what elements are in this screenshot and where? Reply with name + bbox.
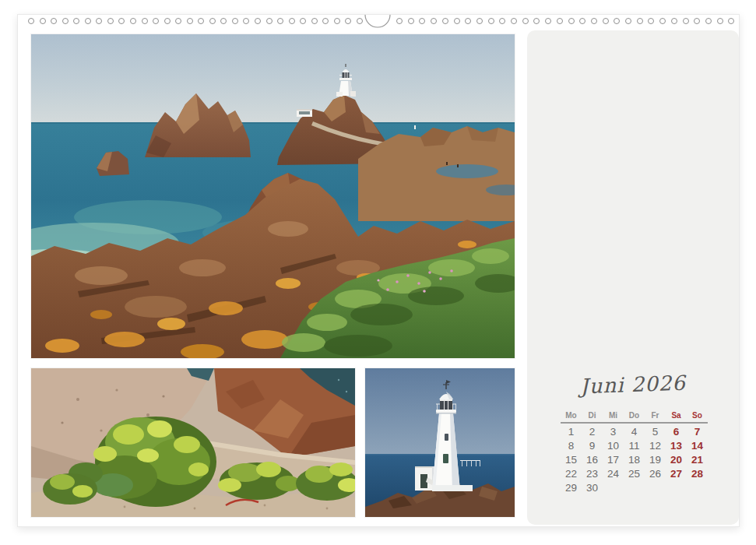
date-cell: 17 bbox=[603, 453, 624, 467]
binding-hole-icon bbox=[557, 18, 563, 24]
binding-hole-icon bbox=[73, 18, 79, 24]
tower-door bbox=[443, 454, 448, 463]
binding-hole-icon bbox=[659, 18, 666, 24]
binding-hole-icon bbox=[266, 18, 273, 24]
date-cell: 7 bbox=[687, 425, 708, 439]
binding-hole-icon bbox=[187, 18, 193, 24]
binding-hole-icon bbox=[476, 18, 483, 24]
date-cell: 9 bbox=[582, 439, 603, 453]
binding-hole-icon bbox=[648, 18, 654, 24]
date-cell: 30 bbox=[582, 481, 603, 495]
date-cell-empty bbox=[603, 481, 624, 495]
date-cell: 19 bbox=[645, 453, 666, 467]
binding-hole-icon bbox=[499, 18, 505, 24]
binding-hole-icon bbox=[454, 18, 460, 24]
tide-pool bbox=[436, 164, 498, 178]
gallery bbox=[436, 410, 456, 413]
binding-hole-icon bbox=[62, 18, 69, 24]
binding-hole-icon bbox=[465, 18, 471, 24]
date-cell-empty bbox=[687, 481, 708, 495]
binding-hole-icon bbox=[232, 18, 238, 24]
cafe-building bbox=[297, 109, 312, 117]
date-cell: 16 bbox=[582, 453, 603, 467]
date-cell-empty bbox=[645, 481, 666, 495]
binding-hole-icon bbox=[322, 18, 329, 24]
date-cell: 13 bbox=[666, 439, 687, 453]
binding-hole-icon bbox=[164, 18, 171, 24]
binding-hole-icon bbox=[683, 18, 689, 24]
weekday-label: Mi bbox=[603, 410, 624, 421]
date-cell: 26 bbox=[645, 467, 666, 481]
binding-hole-icon bbox=[579, 18, 585, 24]
binding-hole-icon bbox=[522, 18, 529, 24]
binding-hole-icon bbox=[220, 18, 227, 24]
date-cell: 12 bbox=[645, 439, 666, 453]
weekday-label: Di bbox=[582, 410, 603, 421]
date-cell-empty bbox=[666, 481, 687, 495]
weekday-label: Mo bbox=[561, 410, 582, 421]
binding-hole-icon bbox=[419, 18, 425, 24]
binding-hole-icon bbox=[637, 18, 643, 24]
calendar-panel: Juni 2026 MoDiMiDoFrSaSo1234567891011121… bbox=[527, 30, 739, 525]
tower-window bbox=[445, 434, 448, 441]
binding-hole-icon bbox=[533, 18, 540, 24]
date-cell: 3 bbox=[603, 425, 624, 439]
date-cell: 1 bbox=[561, 425, 582, 439]
date-cell: 5 bbox=[645, 425, 666, 439]
date-cell: 8 bbox=[561, 439, 582, 453]
binding-hole-icon bbox=[96, 18, 102, 24]
binding-hole-icon bbox=[396, 18, 403, 24]
binding-hole-icon bbox=[334, 18, 340, 24]
photo-lighthouse-closeup bbox=[365, 368, 515, 517]
date-cell: 25 bbox=[624, 467, 645, 481]
date-cell: 22 bbox=[561, 467, 582, 481]
binding-hole-icon bbox=[243, 18, 249, 24]
weekday-label: Fr bbox=[645, 410, 666, 421]
date-cell: 6 bbox=[666, 425, 687, 439]
binding-hole-icon bbox=[107, 18, 114, 24]
binding-hole-icon bbox=[198, 18, 204, 24]
hanger-notch-icon bbox=[364, 13, 391, 29]
base-platform bbox=[432, 485, 473, 491]
sky bbox=[31, 34, 515, 122]
binding-hole-icon bbox=[357, 18, 363, 24]
date-cell: 2 bbox=[582, 425, 603, 439]
binding-hole-icon bbox=[511, 18, 517, 24]
binding-hole-icon bbox=[51, 18, 57, 24]
binding-hole-icon bbox=[717, 18, 723, 24]
date-cell: 23 bbox=[582, 467, 603, 481]
binding-hole-icon bbox=[694, 18, 700, 24]
binding-hole-icon bbox=[488, 18, 494, 24]
binding-hole-icon bbox=[311, 18, 318, 24]
binding-hole-icon bbox=[209, 18, 216, 24]
binding-hole-icon bbox=[591, 18, 597, 24]
date-cell: 20 bbox=[666, 453, 687, 467]
calendar-month-title: Juni 2026 bbox=[527, 369, 740, 399]
binding-hole-icon bbox=[545, 18, 551, 24]
binding-hole-icon bbox=[568, 18, 575, 24]
binding-hole-icon bbox=[300, 18, 306, 24]
calendar-sheet: Juni 2026 MoDiMiDoFrSaSo1234567891011121… bbox=[17, 14, 740, 527]
binding-hole-icon bbox=[277, 18, 283, 24]
date-cell-empty bbox=[624, 481, 645, 495]
date-cell: 10 bbox=[603, 439, 624, 453]
calendar-header-rule bbox=[561, 422, 708, 424]
date-cell: 11 bbox=[624, 439, 645, 453]
date-cell: 21 bbox=[687, 453, 708, 467]
binding-hole-icon bbox=[289, 18, 295, 24]
sailboat bbox=[414, 125, 416, 129]
lighthouse-closeup-illustration bbox=[365, 368, 515, 517]
date-cell: 24 bbox=[603, 467, 624, 481]
binding-hole-icon bbox=[153, 18, 159, 24]
date-cell: 4 bbox=[624, 425, 645, 439]
binding-hole-icon bbox=[130, 18, 136, 24]
plants-illustration bbox=[31, 368, 355, 517]
date-cell: 28 bbox=[687, 467, 708, 481]
binding-hole-icon bbox=[728, 18, 734, 24]
photo-rock-plants bbox=[31, 368, 355, 517]
horizon-line bbox=[31, 122, 515, 124]
wall-calendar-product-view: Juni 2026 MoDiMiDoFrSaSo1234567891011121… bbox=[0, 0, 756, 545]
date-cell: 27 bbox=[666, 467, 687, 481]
binding-hole-icon bbox=[603, 18, 609, 24]
binding-hole-icon bbox=[175, 18, 181, 24]
